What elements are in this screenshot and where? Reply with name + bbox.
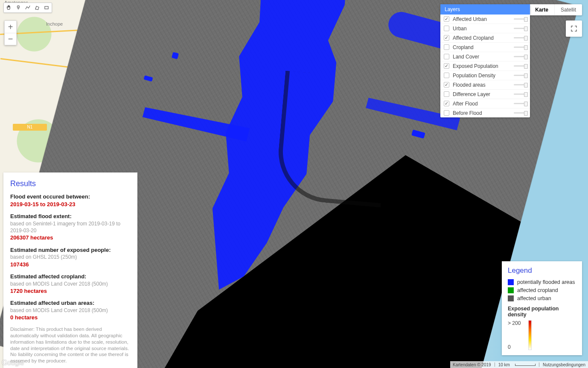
layer-opacity-slider[interactable] — [514, 103, 527, 104]
layer-label: Cropland — [453, 44, 514, 50]
layer-label: Population Density — [453, 73, 514, 79]
result-label: Flood event occured between: — [10, 193, 131, 201]
layer-opacity-slider[interactable] — [514, 56, 527, 57]
google-logo: Google — [2, 359, 24, 367]
layer-opacity-slider[interactable] — [514, 37, 527, 38]
gradient-bar — [528, 320, 532, 350]
legend-panel: Legend potentially flooded areasaffected… — [502, 261, 582, 355]
layer-checkbox[interactable] — [444, 35, 449, 41]
attribution-text: Kartendaten © 2019 — [453, 362, 491, 367]
result-label: Estimated number of exposed people: — [10, 246, 131, 254]
layer-checkbox[interactable] — [444, 54, 449, 59]
line-icon[interactable] — [24, 4, 31, 11]
layer-label: Urban — [453, 26, 514, 32]
result-label: Estimated flood extent: — [10, 213, 131, 220]
layer-checkbox[interactable] — [444, 26, 449, 31]
legend-label: potentially flooded areas — [517, 279, 575, 285]
results-block: Estimated flood extent:based on Senintel… — [10, 213, 131, 241]
fullscreen-icon — [570, 25, 578, 32]
layer-checkbox[interactable] — [444, 101, 449, 106]
layer-row: Exposed Population — [440, 61, 530, 71]
layer-row: Land Cover — [440, 52, 530, 61]
result-sublabel: based on GHSL 2015 (250m) — [10, 254, 131, 260]
terms-link[interactable]: Nutzungsbedingungen — [543, 362, 585, 367]
result-value: 2019-03-15 to 2019-03-23 — [10, 201, 131, 208]
layer-label: After Flood — [453, 101, 514, 107]
layer-label: Affected Cropland — [453, 35, 514, 41]
layer-label: Affected Urban — [453, 16, 514, 22]
layer-label: Difference Layer — [453, 91, 514, 97]
layer-checkbox[interactable] — [444, 82, 449, 88]
layer-opacity-slider[interactable] — [514, 18, 527, 20]
layer-row: After Flood — [440, 99, 530, 108]
map-type-control: Karte Satellit — [529, 4, 582, 15]
layer-opacity-slider[interactable] — [514, 112, 527, 114]
result-sublabel: based on MODIS Land Cover 2018 (500m) — [10, 280, 131, 287]
hand-icon[interactable] — [6, 4, 12, 11]
gradient-min-label: 0 — [508, 344, 521, 350]
zoom-in-button[interactable]: + — [5, 21, 16, 33]
marker-icon[interactable] — [15, 4, 22, 11]
result-value: 206307 hectares — [10, 234, 131, 242]
layer-row: Difference Layer — [440, 90, 530, 99]
layer-checkbox[interactable] — [444, 16, 449, 22]
result-sublabel: based on Senintel-1 imagery from 2019-03… — [10, 220, 131, 234]
results-block: Estimated affected cropland:based on MOD… — [10, 273, 131, 295]
result-label: Estimated affected cropland: — [10, 273, 131, 280]
results-panel: Results Flood event occured between:2019… — [3, 172, 137, 368]
gradient-max-label: > 200 — [508, 320, 521, 326]
layer-opacity-slider[interactable] — [514, 75, 527, 76]
legend-gradient: > 200 0 — [508, 320, 576, 350]
legend-row: affected cropland — [508, 287, 576, 293]
results-title: Results — [10, 178, 131, 189]
layer-row: Before Flood — [440, 108, 530, 117]
layer-label: Land Cover — [453, 54, 514, 60]
legend-title: Legend — [508, 266, 576, 275]
zoom-control: + − — [4, 20, 17, 45]
svg-rect-1 — [45, 6, 48, 9]
layer-checkbox[interactable] — [444, 44, 449, 50]
results-block: Flood event occured between:2019-03-15 t… — [10, 193, 131, 208]
layer-label: Exposed Population — [453, 63, 514, 69]
legend-swatch — [508, 287, 514, 293]
result-sublabel: based on MODIS Land Cover 2018 (500m) — [10, 307, 131, 314]
zoom-out-button[interactable]: − — [5, 33, 16, 45]
svg-marker-0 — [35, 6, 39, 10]
layer-opacity-slider[interactable] — [514, 47, 527, 48]
map-type-map[interactable]: Karte — [529, 4, 554, 15]
layer-checkbox[interactable] — [444, 63, 449, 69]
river-channel — [265, 64, 401, 215]
layer-opacity-slider[interactable] — [514, 84, 527, 85]
rectangle-icon[interactable] — [43, 4, 50, 11]
layer-row: Affected Cropland — [440, 33, 530, 43]
drawing-toolbar — [3, 3, 52, 13]
legend-label: affected urban — [517, 295, 551, 301]
city-label: Inchope — [46, 21, 63, 26]
fullscreen-button[interactable] — [566, 20, 582, 37]
layer-opacity-slider[interactable] — [514, 65, 527, 67]
layer-row: Flooded areas — [440, 80, 530, 90]
layer-row: Cropland — [440, 43, 530, 52]
result-value: 1720 hectares — [10, 287, 131, 295]
results-disclaimer: Disclaimer: This product has been derive… — [10, 326, 131, 365]
polygon-icon[interactable] — [34, 4, 41, 11]
layer-opacity-slider[interactable] — [514, 93, 527, 95]
layer-opacity-slider[interactable] — [514, 28, 527, 29]
map-app: N1 N6 Inchope Amatongas — [0, 0, 588, 368]
layer-checkbox[interactable] — [444, 91, 449, 97]
layer-label: Flooded areas — [453, 82, 514, 88]
layer-checkbox[interactable] — [444, 110, 449, 116]
legend-label: affected cropland — [517, 287, 558, 293]
results-block: Estimated number of exposed people:based… — [10, 246, 131, 268]
map-footer: Kartendaten © 2019 10 km Nutzungsbedingu… — [450, 361, 588, 368]
result-value: 0 hectares — [10, 314, 131, 321]
legend-row: potentially flooded areas — [508, 279, 576, 285]
result-label: Estimated affected urban areas: — [10, 299, 131, 307]
legend-row: affected urban — [508, 295, 576, 301]
map-type-satellite[interactable]: Satellit — [554, 4, 582, 15]
layer-row: Population Density — [440, 71, 530, 80]
legend-pop-heading: Exposed population density — [508, 306, 576, 318]
layer-label: Before Flood — [453, 110, 514, 116]
layer-checkbox[interactable] — [444, 73, 449, 78]
road-shield-n1: N1 — [13, 124, 47, 131]
